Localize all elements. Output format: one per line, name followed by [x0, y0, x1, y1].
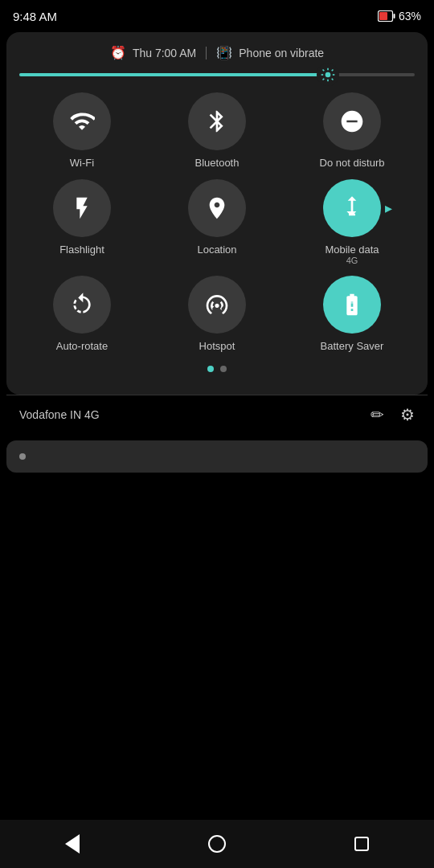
battery-icon [378, 10, 395, 22]
location-icon [204, 195, 230, 221]
page-dots [19, 366, 415, 372]
status-right: 63% [378, 10, 421, 23]
tile-batterysaver-circle [323, 276, 381, 334]
tile-mobiledata-circle [323, 179, 381, 237]
tile-batterysaver[interactable]: Battery Saver [289, 276, 415, 353]
back-icon [65, 834, 80, 854]
svg-line-9 [331, 79, 333, 80]
notification-area [6, 440, 428, 473]
sun-icon [320, 67, 336, 83]
tiles-grid: Wi-Fi Bluetooth Do not disturb [19, 92, 415, 353]
brightness-row[interactable] [19, 73, 415, 76]
tile-flashlight-label: Flashlight [59, 244, 104, 256]
nav-home-button[interactable] [205, 832, 229, 856]
divider [206, 47, 207, 59]
brightness-thumb [317, 63, 339, 86]
tile-autorotate-circle [53, 276, 111, 334]
alarm-text: Thu 7:00 AM [133, 47, 196, 59]
tile-mobiledata-labels: Mobile data 4G [325, 244, 379, 267]
nav-recent-button[interactable] [350, 832, 374, 856]
tile-wifi-circle [53, 92, 111, 150]
battery-percentage: 63% [399, 10, 421, 23]
tile-location-circle [188, 179, 246, 237]
flashlight-icon [69, 195, 95, 221]
tile-wifi-label: Wi-Fi [70, 157, 94, 170]
tile-flashlight[interactable]: Flashlight [19, 179, 145, 267]
tile-batterysaver-label: Battery Saver [321, 340, 384, 353]
wifi-icon [69, 108, 95, 134]
tile-autorotate[interactable]: Auto-rotate [19, 276, 145, 353]
notif-dot [19, 453, 26, 460]
hotspot-icon [204, 292, 230, 317]
batterysaver-icon [339, 292, 365, 317]
mobile-data-extra-arrow: ▸ [385, 199, 392, 217]
page-dot-1[interactable] [207, 366, 214, 372]
qs-footer: Vodafone IN 4G ✏ ⚙ [6, 395, 428, 434]
vibrate-icon: 📳 [216, 45, 232, 60]
tile-mobiledata-sublabel: 4G [346, 256, 358, 266]
tile-hotspot[interactable]: Hotspot [154, 276, 280, 353]
info-row: ⏰ Thu 7:00 AM 📳 Phone on vibrate [19, 45, 415, 60]
svg-line-10 [331, 70, 333, 72]
autorotate-icon [69, 292, 95, 317]
tile-autorotate-label: Auto-rotate [56, 340, 108, 353]
settings-icon[interactable]: ⚙ [400, 405, 415, 424]
tile-hotspot-circle [188, 276, 246, 334]
bottom-nav [0, 820, 434, 868]
tile-dnd-circle [323, 92, 381, 150]
recent-icon [354, 837, 369, 851]
mobiledata-icon [339, 195, 365, 221]
svg-line-11 [322, 79, 324, 80]
tile-location[interactable]: Location [154, 179, 280, 267]
bluetooth-icon [204, 108, 230, 134]
tile-mobiledata-wrap: ▸ [323, 179, 381, 237]
svg-rect-2 [379, 12, 387, 20]
home-icon [208, 835, 226, 853]
qs-panel: ⏰ Thu 7:00 AM 📳 Phone on vibrate [6, 32, 428, 395]
tile-bluetooth[interactable]: Bluetooth [154, 92, 280, 170]
brightness-slider[interactable] [19, 73, 415, 76]
carrier-text: Vodafone IN 4G [19, 408, 100, 421]
tile-wifi[interactable]: Wi-Fi [19, 92, 145, 170]
tile-dnd[interactable]: Do not disturb [289, 92, 415, 170]
svg-point-3 [325, 72, 330, 78]
vibrate-text: Phone on vibrate [239, 47, 324, 59]
svg-line-8 [322, 70, 324, 72]
tile-bluetooth-label: Bluetooth [195, 157, 240, 170]
svg-rect-1 [393, 14, 395, 18]
tile-hotspot-label: Hotspot [199, 340, 235, 353]
footer-icons: ✏ ⚙ [371, 405, 415, 424]
tile-location-label: Location [197, 244, 236, 256]
page-dot-2[interactable] [220, 366, 227, 372]
alarm-icon: ⏰ [110, 45, 126, 60]
status-time: 9:48 AM [13, 10, 57, 23]
dnd-icon [339, 108, 365, 134]
tile-flashlight-circle [53, 179, 111, 237]
tile-mobiledata[interactable]: ▸ Mobile data 4G [289, 179, 415, 267]
edit-icon[interactable]: ✏ [371, 405, 384, 424]
tile-dnd-label: Do not disturb [320, 157, 385, 170]
tile-mobiledata-label: Mobile data [325, 244, 379, 256]
brightness-fill [19, 73, 336, 76]
tile-bluetooth-circle [188, 92, 246, 150]
status-bar: 9:48 AM 63% [0, 0, 434, 32]
nav-back-button[interactable] [60, 832, 84, 856]
